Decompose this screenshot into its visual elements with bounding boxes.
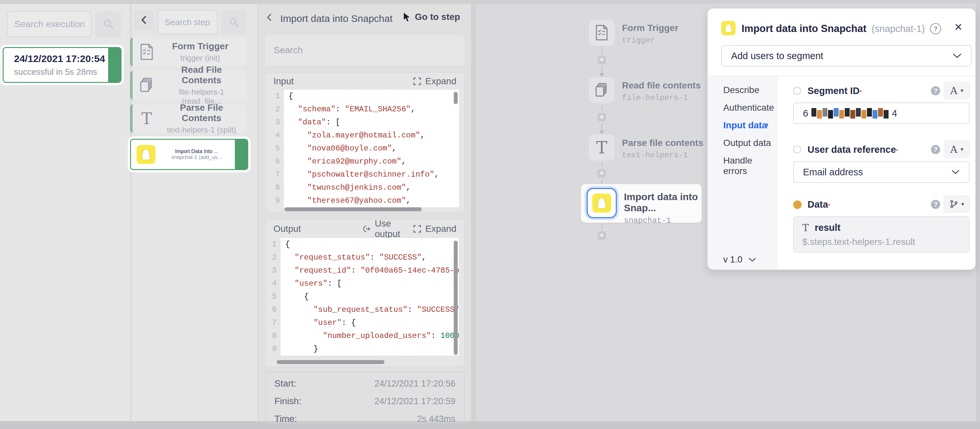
detail-search-box[interactable]: Search (265, 35, 465, 65)
output-expand-label: Expand (425, 224, 457, 234)
code-line: 7 "pschowalter@schinner.info", (266, 168, 459, 181)
action-dropdown[interactable]: Add users to segment (721, 45, 972, 67)
help-icon[interactable]: ? (930, 23, 941, 34)
execution-status: successful in 5s 28ms (14, 67, 105, 77)
add-step-button[interactable]: + (598, 113, 606, 121)
node-parse-file-contents[interactable]: T (588, 134, 616, 161)
node-title: Read file contents (622, 80, 701, 91)
step-item-read-file[interactable]: Read File Contents file-helpers-1 (read_… (130, 71, 246, 100)
input-code-block[interactable]: 1{2 "schema": "EMAIL_SHA256",3 "data": [… (266, 90, 459, 207)
text-type-icon: A (950, 85, 958, 96)
redacted-value (811, 109, 889, 118)
input-section: Input Expand 1{2 "schema": "EMAIL_SHA256… (265, 73, 465, 212)
chevron-down-icon (953, 53, 962, 59)
required-asterisk: * (896, 148, 898, 154)
node-form-trigger[interactable] (588, 19, 616, 46)
use-output-label: Use output (375, 218, 413, 239)
help-icon[interactable]: ? (931, 86, 940, 95)
add-step-button[interactable]: + (598, 56, 606, 64)
search-steps-input[interactable] (158, 10, 218, 35)
caret-down-icon: ▾ (961, 87, 964, 94)
step-item-parse-file[interactable]: T Parse File Contents text-helpers-1 (sp… (130, 104, 246, 133)
code-line: 3 "data": [ (266, 116, 459, 129)
node-read-file-contents[interactable] (588, 76, 616, 104)
step-title: Read File Contents (161, 65, 242, 86)
finish-value: 24/12/2021 17:20:59 (374, 396, 455, 407)
code-line: 2 "request_status": "SUCCESS", (266, 251, 459, 264)
input-code-hscroll-thumb[interactable] (285, 207, 422, 211)
detail-search-placeholder: Search (265, 45, 303, 56)
version-selector[interactable]: v 1.0 (723, 255, 756, 265)
text-type-icon: T (802, 222, 809, 234)
help-icon[interactable]: ? (931, 145, 940, 154)
executions-panel: 24/12/2021 17:20:54 successful in 5s 28m… (0, 4, 130, 421)
output-section-label: Output (274, 224, 301, 234)
detail-back-button[interactable] (266, 13, 276, 25)
input-expand-button[interactable]: Expand (413, 76, 457, 86)
user-data-type-chip[interactable]: A ▾ (943, 140, 970, 158)
code-line: 5 { (266, 290, 459, 303)
close-button[interactable]: × (955, 20, 962, 33)
segment-type-chip[interactable]: A ▾ (943, 82, 970, 99)
segment-id-radio[interactable] (793, 87, 801, 95)
data-token-box[interactable]: T result $.steps.text-helpers-1.result (793, 216, 970, 253)
node-subtitle: text-helpers-1 (622, 151, 703, 160)
config-instance: (snapchat-1) (872, 24, 925, 34)
data-label: Data (808, 199, 828, 210)
snapchat-icon (137, 145, 156, 164)
execution-list-item[interactable]: 24/12/2021 17:20:54 successful in 5s 28m… (3, 47, 121, 83)
selected-node-tile (587, 188, 617, 218)
step-item-form-trigger[interactable]: Form Trigger trigger (init) (130, 38, 246, 66)
expand-icon (413, 225, 422, 233)
tab-input-data[interactable]: Input data (723, 120, 767, 130)
step-title: Form Trigger (161, 41, 240, 52)
start-value: 24/12/2021 17:20:56 (374, 379, 455, 389)
output-code-vscroll-thumb[interactable] (454, 241, 458, 355)
tab-describe[interactable]: Describe (723, 85, 759, 95)
segment-value-end: 4 (892, 108, 897, 119)
detail-panel-scrollbar[interactable] (471, 4, 476, 421)
step-success-band (235, 140, 247, 169)
caret-down-icon: ▾ (961, 201, 964, 208)
add-step-button[interactable]: + (598, 231, 606, 240)
search-steps-button[interactable] (221, 10, 246, 35)
user-data-select[interactable]: Email address (793, 161, 970, 183)
version-label: v 1.0 (723, 255, 743, 265)
segment-id-input[interactable]: 6 4 (793, 103, 970, 124)
caret-down-icon: ▾ (961, 146, 964, 153)
pages-icon (594, 82, 609, 98)
output-code-block[interactable]: 1{2 "request_status": "SUCCESS",3 "reque… (266, 238, 459, 356)
step-item-import-snapchat[interactable]: Import Data Into ... snapchat-1 (add_us.… (130, 139, 248, 170)
vertical-scrollbar[interactable] (976, 4, 980, 421)
detail-title: Import data into Snapchat (280, 13, 393, 24)
search-executions-button[interactable] (95, 11, 121, 37)
add-step-button[interactable]: + (598, 169, 606, 178)
output-expand-button[interactable]: Expand (413, 224, 457, 234)
help-icon[interactable]: ? (931, 200, 940, 209)
action-dropdown-value: Add users to segment (731, 51, 823, 61)
code-line: 5 "nova06@boyle.com", (266, 142, 459, 155)
text-type-icon: A (950, 144, 958, 155)
input-code-vscroll-thumb[interactable] (454, 92, 458, 104)
tab-output-data[interactable]: Output data (723, 138, 771, 148)
horizontal-scrollbar[interactable] (0, 421, 980, 429)
output-code-hscroll-thumb[interactable] (277, 360, 385, 364)
search-executions-input[interactable] (7, 11, 91, 37)
time-value: 2s 443ms (417, 414, 455, 424)
form-document-icon (139, 43, 154, 60)
code-line: 9 } (266, 343, 459, 356)
tab-authenticate[interactable]: Authenticate (723, 103, 774, 113)
node-subtitle: file-helpers-1 (622, 94, 701, 102)
go-to-step-button[interactable]: Go to step (402, 12, 460, 22)
use-output-button[interactable]: Use output (363, 218, 413, 239)
tab-handle-errors[interactable]: Handle errors (723, 156, 778, 176)
data-type-chip[interactable]: ▾ (943, 195, 970, 213)
top-edge-strip (0, 0, 980, 4)
node-title: Parse file contents (622, 138, 703, 148)
config-tabs: Describe Authenticate Input data › Outpu… (708, 76, 778, 270)
step-subtitle: snapchat-1 (add_us... (161, 154, 232, 160)
collapse-steps-button[interactable] (134, 10, 154, 30)
node-import-snapchat[interactable]: Import data into Snap... snapchat-1 (581, 184, 702, 222)
go-to-step-label: Go to step (415, 12, 460, 22)
user-data-radio[interactable] (793, 146, 801, 153)
